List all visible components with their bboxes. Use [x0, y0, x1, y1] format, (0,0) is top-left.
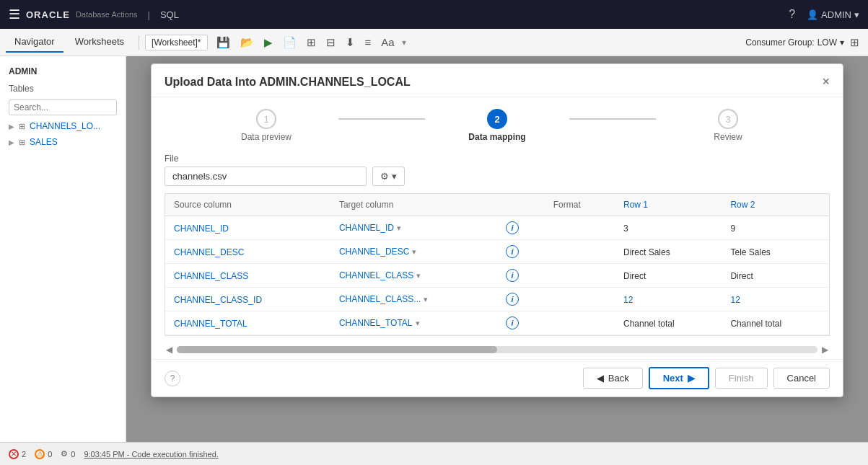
- col-source: Source column: [165, 194, 330, 216]
- next-label: Next: [663, 373, 683, 384]
- settings-button[interactable]: ⚙ ▾: [372, 167, 405, 186]
- user-chevron-icon: ▾: [854, 9, 859, 20]
- save-icon[interactable]: 💾: [214, 35, 233, 50]
- scroll-left-icon[interactable]: ◀: [165, 343, 174, 356]
- user-icon: 👤: [807, 9, 818, 20]
- worksheet-tab[interactable]: [Worksheet]*: [145, 35, 207, 50]
- step-line-1: [338, 118, 425, 120]
- tab-navigator[interactable]: Navigator: [6, 32, 63, 53]
- col-row1: Row 1: [615, 194, 722, 216]
- step-3-circle: 3: [718, 109, 738, 129]
- dropdown-arrow-icon[interactable]: ▾: [416, 271, 421, 280]
- format-icon[interactable]: Aa: [378, 35, 397, 50]
- dropdown-arrow-icon[interactable]: ▾: [424, 295, 428, 304]
- col-target: Target column: [330, 194, 497, 216]
- info-icon[interactable]: i: [506, 245, 519, 258]
- tab-worksheets[interactable]: Worksheets: [66, 32, 133, 53]
- info-icon[interactable]: i: [506, 293, 519, 306]
- target-select[interactable]: CHANNEL_TOTAL▾: [339, 318, 488, 328]
- search-input[interactable]: [9, 99, 117, 115]
- sidebar-item-channels[interactable]: ▶ ⊞ CHANNELS_LO...: [0, 118, 126, 134]
- script-icon[interactable]: 📄: [280, 35, 299, 50]
- grid-icon[interactable]: ⊞: [304, 35, 319, 50]
- next-button[interactable]: Next ▶: [649, 367, 709, 389]
- step-1-circle: 1: [256, 109, 276, 129]
- consumer-group-arrow-icon[interactable]: ▾: [840, 37, 844, 48]
- table-body: CHANNEL_ID CHANNEL_ID▾ i 3 9 CHANNEL_DES…: [165, 216, 829, 335]
- footer-help-icon[interactable]: ?: [165, 371, 180, 386]
- sidebar-search-container: [0, 97, 126, 118]
- cancel-button[interactable]: Cancel: [773, 368, 830, 389]
- status-message[interactable]: 9:03:45 PM - Code execution finished.: [84, 450, 219, 459]
- gear-icon: ⚙: [380, 171, 389, 182]
- scroll-right-icon[interactable]: ▶: [820, 343, 830, 356]
- dropdown-arrow-icon[interactable]: ▾: [397, 223, 401, 233]
- gear-count: 0: [71, 450, 75, 459]
- step-1-container: 1 Data preview: [194, 109, 338, 142]
- source-col: CHANNEL_ID: [174, 223, 229, 234]
- topbar-section: SQL: [160, 9, 179, 20]
- file-name-display: channels.csv: [165, 167, 367, 186]
- warning-status: ⚠ 0: [35, 449, 52, 459]
- modal-overlay: Upload Data Into ADMIN.CHANNELS_LOCAL × …: [126, 56, 868, 442]
- menu-icon[interactable]: ☰: [9, 6, 20, 22]
- row2-val: 9: [730, 223, 735, 234]
- table-row: CHANNEL_ID CHANNEL_ID▾ i 3 9: [165, 216, 829, 240]
- topbar-right: ? 👤 ADMIN ▾: [789, 8, 859, 21]
- dropdown-arrow-icon[interactable]: ▾: [416, 319, 420, 328]
- list-icon[interactable]: ≡: [362, 35, 374, 50]
- table-scroll[interactable]: Source column Target column Format Row 1…: [165, 194, 829, 335]
- step-3-label: Review: [714, 132, 742, 142]
- target-select[interactable]: CHANNEL_DESC▾: [339, 247, 488, 257]
- target-select[interactable]: CHANNEL_ID▾: [339, 223, 488, 233]
- source-col: CHANNEL_TOTAL: [174, 319, 247, 329]
- gear-status: ⚙ 0: [61, 449, 75, 459]
- gear-icon: ⚙: [61, 449, 68, 459]
- topbar-app-sep: Database Actions: [76, 10, 138, 19]
- grid-view-icon[interactable]: ⊞: [847, 35, 862, 50]
- finish-button: Finish: [715, 368, 768, 389]
- scroll-track[interactable]: [177, 346, 817, 353]
- table-icon: ⊞: [19, 138, 25, 147]
- close-button[interactable]: ×: [822, 74, 830, 89]
- table-header: Source column Target column Format Row 1…: [165, 194, 829, 216]
- target-select[interactable]: CHANNEL_CLASS▾: [339, 270, 488, 280]
- file-input-row: channels.csv ⚙ ▾: [165, 167, 830, 186]
- download-icon[interactable]: ⬇: [343, 35, 358, 50]
- source-col: CHANNEL_CLASS_ID: [174, 295, 262, 305]
- file-label: File: [165, 154, 830, 164]
- toolbar: Navigator Worksheets [Worksheet]* 💾 📂 ▶ …: [0, 29, 868, 56]
- table-row: CHANNEL_DESC CHANNEL_DESC▾ i Direct Sale…: [165, 240, 829, 264]
- error-count: 2: [22, 450, 26, 459]
- info-icon[interactable]: i: [506, 316, 519, 329]
- row1-val: 3: [623, 223, 628, 234]
- consumer-group-value: LOW: [817, 37, 837, 48]
- sidebar-admin-label: ADMIN: [0, 62, 126, 81]
- back-label: Back: [608, 373, 629, 384]
- run-icon[interactable]: ▶: [261, 35, 276, 50]
- row2-val: Tele Sales: [730, 247, 770, 257]
- help-icon[interactable]: ?: [789, 8, 795, 21]
- sidebar-item-sales[interactable]: ▶ ⊞ SALES: [0, 134, 126, 150]
- step-3-container: 3 Review: [656, 109, 800, 142]
- open-icon[interactable]: 📂: [237, 35, 257, 50]
- row1-val: Direct Sales: [623, 247, 670, 257]
- content-area: ADMIN Tables ▶ ⊞ CHANNELS_LO... ▶ ⊞ SALE…: [0, 56, 868, 442]
- back-button[interactable]: ◀ Back: [583, 368, 643, 389]
- table-icon[interactable]: ⊟: [323, 35, 338, 50]
- info-icon[interactable]: i: [506, 269, 519, 282]
- format-arrow-icon[interactable]: ▾: [402, 37, 406, 48]
- workspace: Upload Data Into ADMIN.CHANNELS_LOCAL × …: [126, 56, 868, 442]
- target-select[interactable]: CHANNEL_CLASS...▾: [339, 294, 488, 304]
- scroll-row: ◀ ▶: [152, 340, 843, 359]
- back-arrow-icon: ◀: [597, 373, 604, 384]
- user-menu[interactable]: 👤 ADMIN ▾: [807, 9, 859, 20]
- step-1-label: Data preview: [241, 132, 291, 142]
- dropdown-arrow-icon[interactable]: ▾: [412, 247, 416, 257]
- step-line-2: [569, 118, 656, 120]
- settings-arrow-icon: ▾: [392, 171, 397, 182]
- step-2-circle: 2: [487, 109, 507, 129]
- scroll-thumb: [177, 346, 497, 353]
- info-icon[interactable]: i: [506, 221, 519, 234]
- col-format: Format: [545, 194, 615, 216]
